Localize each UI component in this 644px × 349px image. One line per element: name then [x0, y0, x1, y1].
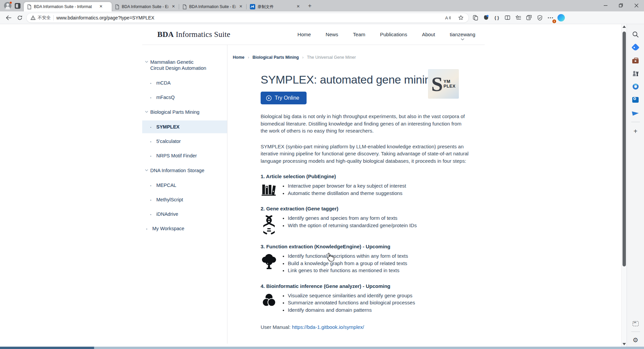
- search-icon[interactable]: [632, 30, 640, 38]
- scroll-up-arrow-icon[interactable]: [623, 26, 626, 28]
- sidebar-item-methylscript[interactable]: MethylScript: [142, 197, 227, 202]
- add-to-sidebar-icon[interactable]: +: [632, 127, 640, 135]
- add-favorite-star-icon[interactable]: [456, 13, 466, 23]
- sidebar-item-mepcal[interactable]: MEPCAL: [142, 183, 227, 188]
- user-manual-line: User Manual: https://bda-1.gitbook.io/sy…: [261, 324, 469, 330]
- back-icon[interactable]: [3, 13, 13, 23]
- tree-icon: [261, 252, 277, 274]
- tab-title: BDA Information Suite - Experim: [189, 4, 236, 9]
- shopping-tag-icon[interactable]: [632, 43, 640, 51]
- media-recorder-icon: [250, 4, 255, 9]
- security-indicator[interactable]: 不安全: [31, 15, 51, 21]
- scroll-down-arrow-icon[interactable]: [623, 343, 626, 345]
- chevron-right-icon: ›: [248, 55, 249, 60]
- tab-close-icon[interactable]: ✕: [238, 4, 244, 9]
- tab-title: BDA Information Suite - Experim: [122, 4, 168, 9]
- sidebar-section-biological-parts-mining[interactable]: Biological Parts Mining: [142, 109, 227, 115]
- close-button[interactable]: [629, 0, 644, 11]
- web-capture-icon[interactable]: [632, 319, 640, 328]
- sidebar-item-mfacsq[interactable]: mFacsQ: [142, 95, 227, 100]
- chevron-down-icon: [461, 38, 465, 40]
- braces-extension-icon[interactable]: { }: [492, 13, 502, 23]
- settings-gear-icon[interactable]: ⚙: [632, 336, 640, 344]
- sidebar-section-dna-information-storage[interactable]: DNA Information Storage: [142, 167, 227, 173]
- document-icon: [115, 4, 119, 9]
- sidebar-item-idnadrive[interactable]: iDNAdrive: [142, 211, 227, 217]
- site-logo[interactable]: BDA Informatics Suite: [157, 30, 230, 39]
- site-header: BDA Informatics Suite Home News Team Pub…: [142, 24, 485, 45]
- page-scrollbar[interactable]: [621, 24, 627, 347]
- chevron-down-icon: [145, 61, 148, 63]
- user-manual-link[interactable]: https://bda-1.gitbook.io/symplex/: [292, 324, 364, 330]
- chevron-down-icon: [145, 111, 148, 113]
- read-aloud-icon[interactable]: A: [443, 13, 453, 23]
- sidebar-section-mgcda[interactable]: Mammalian Genetic Circuit Design Automat…: [142, 59, 227, 71]
- venn-icon: [261, 292, 277, 314]
- m365-icon[interactable]: [632, 83, 640, 91]
- designer-plane-icon[interactable]: [632, 109, 640, 117]
- toolbox-icon[interactable]: [632, 56, 640, 64]
- breadcrumb-section[interactable]: Biological Parts Mining: [253, 55, 299, 60]
- step-bioinformatic-inference: 4. Bioinformatic inference (Gene analyze…: [261, 283, 469, 314]
- symplex-logo-image: S YMPLEX: [428, 69, 459, 99]
- sidebar-item-5calculator[interactable]: 5'calculator: [142, 139, 227, 144]
- clipboard-icon[interactable]: [470, 13, 480, 23]
- copilot-icon[interactable]: [556, 13, 566, 23]
- books-icon: [261, 182, 277, 197]
- breadcrumb: Home › Biological Parts Mining › The Uni…: [233, 55, 485, 60]
- breadcrumb-home[interactable]: Home: [233, 55, 245, 60]
- sidebar-item-my-workspace[interactable]: My Workspace: [142, 226, 227, 231]
- minimize-button[interactable]: [598, 0, 613, 11]
- tab-title: 录制文件: [258, 4, 293, 10]
- url-text: www.bdainformatics.org/page?type=SYMPLEX: [56, 15, 440, 20]
- dna-icon: [261, 214, 277, 235]
- games-icon[interactable]: [632, 69, 640, 78]
- sidebar-item-symplex[interactable]: SYMPLEX: [142, 120, 227, 133]
- new-tab-button[interactable]: ＋: [304, 2, 317, 11]
- browser-toolbar: 不安全 www.bdainformatics.org/page?type=SYM…: [0, 11, 644, 24]
- nav-about[interactable]: About: [422, 32, 435, 37]
- browser-essentials-icon[interactable]: [535, 13, 545, 23]
- profile-avatar[interactable]: [4, 2, 11, 9]
- favorites-bar-icon[interactable]: [513, 13, 523, 23]
- nav-team[interactable]: Team: [353, 32, 365, 37]
- intro-paragraph-2: SYMPLEX (synbio-part mining platform by …: [261, 143, 469, 165]
- page-viewport: BDA Informatics Suite Home News Team Pub…: [0, 24, 621, 347]
- evernote-extension-icon[interactable]: [481, 13, 491, 23]
- try-online-button[interactable]: Try Online: [261, 92, 307, 104]
- document-icon: [27, 4, 32, 9]
- play-icon: [266, 95, 272, 101]
- maximize-button[interactable]: [613, 0, 629, 11]
- nav-news[interactable]: News: [326, 32, 338, 37]
- tab-close-icon[interactable]: ✕: [296, 4, 301, 9]
- refresh-icon[interactable]: [15, 13, 25, 23]
- tab-bda-experiment-1[interactable]: BDA Information Suite - Experim ✕: [112, 2, 179, 11]
- nav-publications[interactable]: Publications: [380, 32, 407, 37]
- intro-paragraph-1: Biological big data is not only in high …: [261, 113, 469, 135]
- outlook-icon[interactable]: [632, 96, 640, 104]
- nav-user-menu[interactable]: tianzewang: [450, 32, 475, 37]
- address-bar[interactable]: 不安全 www.bdainformatics.org/page?type=SYM…: [26, 13, 469, 23]
- notification-dot-icon: [9, 1, 12, 4]
- step-article-selection: 1. Article selection (PubEngine): [261, 173, 469, 197]
- browser-tab-strip: BDA Information Suite - Informat ✕ BDA I…: [0, 0, 644, 11]
- sidebar-item-nrps-motif-finder[interactable]: NRPS Motif Finder: [142, 153, 227, 158]
- tools-sidebar: Mammalian Genetic Circuit Design Automat…: [142, 45, 227, 344]
- tab-recording-file[interactable]: 录制文件 ✕: [247, 2, 304, 11]
- nav-home[interactable]: Home: [298, 32, 311, 37]
- svg-text:A: A: [445, 15, 448, 20]
- tab-close-icon[interactable]: ✕: [98, 4, 104, 9]
- split-screen-icon[interactable]: [502, 13, 513, 23]
- tab-title: BDA Information Suite - Informat: [34, 4, 96, 9]
- scrollbar-thumb[interactable]: [623, 32, 626, 266]
- tab-close-icon[interactable]: ✕: [171, 4, 176, 9]
- collections-icon[interactable]: [524, 13, 534, 23]
- workspaces-icon[interactable]: [15, 3, 20, 9]
- chevron-right-icon: ›: [302, 55, 304, 60]
- tab-bda-informatics[interactable]: BDA Information Suite - Informat ✕: [24, 2, 112, 11]
- sidebar-item-mcda[interactable]: mCDA: [142, 80, 227, 86]
- security-label: 不安全: [38, 15, 51, 21]
- tab-bda-experiment-2[interactable]: BDA Information Suite - Experim ✕: [179, 2, 246, 11]
- main-nav: Home News Team Publications About tianze…: [298, 32, 475, 37]
- extensions-more-icon[interactable]: 1: [545, 13, 555, 23]
